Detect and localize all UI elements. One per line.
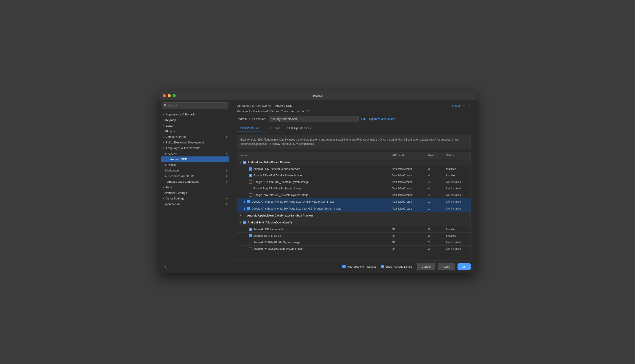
table-row[interactable]: Google Play ARM 64 v8a System Image Vani… — [237, 185, 471, 192]
optimize-button[interactable]: Optimize disk space — [369, 117, 395, 120]
show-details-item[interactable]: Show Package Details — [381, 265, 412, 268]
sidebar-item-advanced[interactable]: Advanced Settings — [159, 190, 231, 196]
breadcrumb-reset-area: Reset ← → — [452, 104, 471, 107]
chevron-right-icon: ▶ — [165, 164, 167, 166]
table-row[interactable]: Android TV Intel x86 Atom System Image 3… — [237, 246, 471, 252]
edit-button[interactable]: Edit — [361, 117, 366, 120]
nav-arrows: ← → — [463, 104, 471, 107]
row-checkbox[interactable] — [249, 234, 252, 237]
row-name-cell: Google APIs Intel x86_64 Atom System Ima… — [237, 179, 390, 185]
sdk-location-row: Android SDK Location: Edit Optimize disk… — [237, 116, 471, 122]
sidebar-item-android-sdk[interactable]: Android SDK — [161, 156, 229, 162]
search-input[interactable] — [169, 104, 226, 107]
cancel-button[interactable]: Cancel — [417, 263, 435, 270]
table-row[interactable]: Google APIs ARM 64 v8a System Image Vani… — [237, 172, 471, 179]
show-details-label: Show Package Details — [386, 265, 412, 268]
row-checkbox[interactable] — [249, 228, 252, 231]
nav-forward-arrow[interactable]: → — [468, 104, 471, 107]
hide-obsolete-item[interactable]: Hide Obsolete Packages — [343, 265, 377, 268]
sidebar-item-label: Tools — [166, 186, 173, 189]
chevron-right-icon: ▶ — [163, 136, 164, 138]
sidebar-item-version-control[interactable]: ▶ Version Control ⊞ — [159, 134, 231, 140]
sidebar-item-label: Template Data Languages — [165, 180, 199, 183]
group-checkbox-vanilla[interactable] — [243, 161, 246, 164]
table-row[interactable]: Google Play Intel x86_64 Atom System Ima… — [237, 192, 471, 198]
row-checkbox[interactable] — [249, 168, 252, 170]
sidebar-item-schemas[interactable]: ▶ Schemas and DTDs ⊞ — [159, 173, 231, 179]
expand-chevron-icon[interactable]: ▼ — [240, 221, 242, 224]
help-button[interactable]: ? — [163, 265, 168, 270]
table-row[interactable]: Google APIs Intel x86_64 Atom System Ima… — [237, 179, 471, 185]
row-name-cell: ⬇ Google APIs Experimental 16k Page Size… — [237, 198, 390, 205]
sidebar-item-label: Editor — [166, 124, 173, 127]
expand-chevron-icon[interactable]: ▶ — [240, 214, 241, 217]
tab-sdk-platforms[interactable]: SDK Platforms — [237, 124, 263, 132]
sdk-path-input[interactable] — [269, 116, 359, 122]
row-checkbox[interactable] — [249, 247, 252, 250]
table-row[interactable]: ⬇ Google APIs Experimental 16k Page Size… — [237, 198, 471, 205]
group-header-privacy[interactable]: ▶ Android UpsideDownCakePrivacySandbox P… — [237, 212, 471, 219]
row-checkbox[interactable] — [249, 187, 252, 190]
close-button[interactable] — [163, 94, 166, 97]
sidebar-item-build[interactable]: ▶ Build, Execution, Deployment — [159, 140, 231, 145]
row-checkbox[interactable] — [247, 207, 250, 210]
sidebar-item-cpp[interactable]: ▶ C/C++ ⊞ — [159, 151, 231, 156]
ok-button[interactable]: OK — [458, 263, 471, 270]
search-box[interactable]: 🔍 — [162, 102, 228, 108]
col-status: Status — [444, 152, 471, 159]
row-checkbox[interactable] — [249, 180, 252, 184]
group-checkbox-android14[interactable] — [243, 221, 246, 224]
nav-back-arrow[interactable]: ← — [463, 104, 466, 107]
table-row[interactable]: Android TV ARM 64 v8a System Image 34 2 … — [237, 239, 471, 246]
sidebar-item-template[interactable]: Template Data Languages ⊞ — [159, 179, 231, 184]
sidebar-item-tools[interactable]: ▶ Tools — [159, 184, 231, 190]
minimize-button[interactable] — [168, 94, 171, 97]
table-row[interactable]: Sources for Android 34 34 2 Installed — [237, 233, 471, 239]
actions-icon: ⊞ — [225, 152, 227, 155]
apply-button[interactable]: Apply — [438, 263, 455, 270]
row-checkbox[interactable] — [247, 200, 250, 203]
hide-obsolete-label: Hide Obsolete Packages — [347, 265, 377, 268]
tab-sdk-tools[interactable]: SDK Tools — [263, 124, 284, 132]
sidebar-item-languages[interactable]: ▼ Languages & Frameworks — [159, 145, 231, 151]
group-name-android14: ▼ Android 14.0 ("UpsideDownCake") — [237, 219, 390, 226]
sidebar-item-kotlin[interactable]: ▶ Kotlin — [159, 162, 231, 168]
expand-chevron-icon[interactable]: ▼ — [240, 161, 242, 164]
chevron-right-icon: ▶ — [165, 175, 167, 177]
reset-button[interactable]: Reset — [452, 104, 460, 107]
row-checkbox[interactable] — [249, 194, 252, 196]
row-checkbox[interactable] — [249, 174, 252, 177]
table-row[interactable]: Android SDK Platform VanillaIceCream Van… — [237, 166, 471, 172]
sidebar-item-other[interactable]: ▶ Other Settings ⊞ — [159, 196, 231, 201]
hide-obsolete-checkbox[interactable] — [343, 265, 346, 268]
actions-icon: ⊞ — [225, 136, 227, 138]
sidebar-item-plugins[interactable]: Plugins — [159, 128, 231, 134]
sdk-table: Name API Level Revi... Status ▼ Android … — [237, 152, 471, 260]
sidebar-item-appearance[interactable]: ▶ Appearance & Behavior — [159, 112, 231, 117]
breadcrumb: Languages & Frameworks › Android SDK Res… — [237, 104, 471, 107]
group-header-android14[interactable]: ▼ Android 14.0 ("UpsideDownCake") — [237, 219, 471, 226]
maximize-button[interactable] — [173, 94, 176, 97]
row-name-cell: Google Play ARM 64 v8a System Image — [237, 185, 390, 192]
table-header: Name API Level Revi... Status — [237, 152, 471, 159]
group-header-vanilla[interactable]: ▼ Android VanillaIceCream Preview — [237, 159, 471, 166]
sidebar-item-markdown[interactable]: Markdown ⊞ — [159, 168, 231, 173]
chevron-right-icon: ▶ — [165, 152, 167, 155]
group-checkbox-privacy[interactable] — [243, 214, 246, 217]
table-row[interactable]: ⬇ Google APIs Experimental 16k Page Size… — [237, 205, 471, 212]
sidebar-item-keymap[interactable]: Keymap — [159, 117, 231, 123]
sidebar-item-experimental[interactable]: Experimental ⊞ — [159, 201, 231, 207]
show-details-checkbox[interactable] — [381, 265, 384, 268]
row-checkbox[interactable] — [249, 241, 252, 244]
tab-sdk-update-sites[interactable]: SDK Update Sites — [284, 124, 314, 132]
col-api-level: API Level — [390, 152, 426, 159]
sidebar-item-label: Version Control — [166, 135, 186, 138]
table-row[interactable]: Android SDK Platform 34 34 3 Installed — [237, 226, 471, 233]
download-icon: ⬇ — [243, 200, 246, 204]
window-title: Settings — [312, 94, 323, 97]
row-name-cell: Android TV Intel x86 Atom System Image — [237, 246, 390, 252]
row-name-cell: Sources for Android 34 — [237, 233, 390, 239]
actions-icon: ⊞ — [225, 169, 227, 172]
sidebar-item-editor[interactable]: ▶ Editor — [159, 123, 231, 128]
download-icon: ⬇ — [243, 207, 246, 210]
